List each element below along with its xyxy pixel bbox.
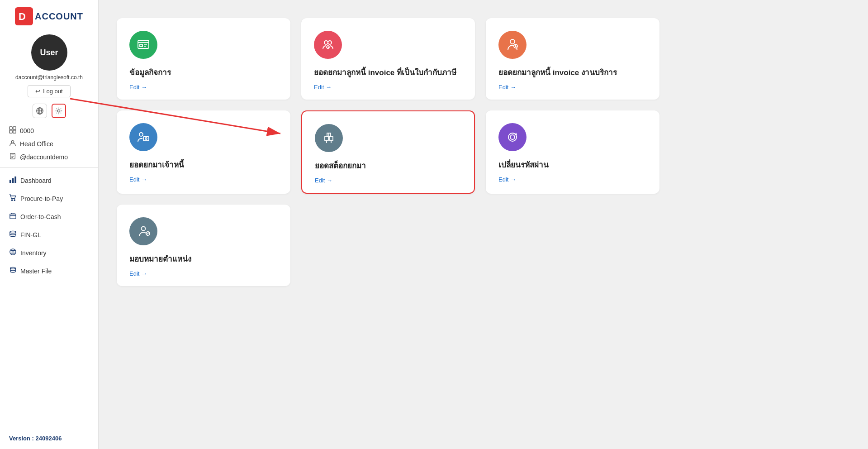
svg-rect-45 xyxy=(325,137,328,140)
svg-point-20 xyxy=(14,200,15,201)
logo: D ACCOUNT xyxy=(8,7,90,25)
card-change-password-edit[interactable]: Edit → xyxy=(498,176,647,183)
box-icon xyxy=(9,212,17,222)
procure-to-pay-label: Procure-to-Pay xyxy=(20,195,63,202)
card-stock: ยอดสต็อกยกมา Edit → xyxy=(301,110,475,194)
svg-point-19 xyxy=(11,200,12,201)
sidebar-divider xyxy=(0,167,98,168)
card-creditor-title: ยอดยกมาเจ้าหนี้ xyxy=(129,158,278,171)
code-label: 0000 xyxy=(20,127,34,134)
svg-rect-16 xyxy=(9,180,11,183)
card-invoice-tax-title: ยอดยกมาลูกหนี้ invoice ที่เป็นใบกำกับภาษ… xyxy=(314,66,462,78)
svg-point-53 xyxy=(142,227,146,231)
svg-rect-8 xyxy=(13,127,16,129)
svg-point-43 xyxy=(145,138,147,139)
svg-point-37 xyxy=(510,39,515,44)
sidebar-item-order-to-cash[interactable]: Order-to-Cash xyxy=(0,208,98,226)
sidebar-item-fin-gl[interactable]: FIN-GL xyxy=(0,226,98,244)
card-assign-role-edit[interactable]: Edit → xyxy=(129,270,278,277)
logo-icon: D xyxy=(15,7,33,25)
logout-label: Log out xyxy=(43,88,62,95)
card-change-password: เปลี่ยนรหัสผ่าน Edit → xyxy=(486,110,659,194)
svg-point-34 xyxy=(324,41,328,44)
sidebar-code: 0000 xyxy=(0,124,98,137)
order-to-cash-label: Order-to-Cash xyxy=(20,213,61,220)
svg-point-6 xyxy=(57,110,60,112)
card-info-icon xyxy=(129,31,157,59)
sidebar-item-procure-to-pay[interactable]: Procure-to-Pay xyxy=(0,190,98,208)
card-invoice-service-icon xyxy=(498,31,526,59)
sidebar-item-master-file[interactable]: Master File xyxy=(0,262,98,280)
demo-label: @daccountdemo xyxy=(20,153,68,161)
grid-icon xyxy=(9,126,16,135)
office-label: Head Office xyxy=(20,140,53,148)
sidebar-item-inventory[interactable]: Inventory xyxy=(0,244,98,262)
svg-rect-18 xyxy=(14,177,16,183)
card-change-password-icon xyxy=(498,123,526,151)
card-invoice-tax-edit[interactable]: Edit → xyxy=(314,84,462,91)
svg-rect-17 xyxy=(12,178,14,183)
svg-point-41 xyxy=(139,133,143,136)
cart-icon xyxy=(9,194,17,204)
avatar: User xyxy=(31,34,67,71)
svg-rect-7 xyxy=(9,127,12,129)
bar-chart-icon xyxy=(9,176,17,186)
icon-row xyxy=(33,104,66,118)
inventory-icon xyxy=(9,248,17,258)
card-invoice-service: ยอดยกมาลูกหนี้ invoice งานบริการ Edit → xyxy=(486,18,659,100)
svg-rect-46 xyxy=(329,137,333,140)
version-label: Version : 24092406 xyxy=(0,428,98,449)
logo-text: ACCOUNT xyxy=(35,11,83,22)
svg-rect-31 xyxy=(140,44,142,47)
svg-rect-9 xyxy=(9,130,12,133)
sidebar-office: Head Office xyxy=(0,138,98,150)
dashboard-label: Dashboard xyxy=(20,177,52,184)
avatar-label: User xyxy=(40,48,58,57)
doc-icon xyxy=(9,153,16,161)
card-assign-role: มอบหมายตำแหน่ง Edit → xyxy=(117,205,290,286)
database-icon xyxy=(9,266,17,276)
card-info-title: ข้อมูลกิจการ xyxy=(129,66,278,78)
master-file-label: Master File xyxy=(20,267,52,275)
svg-point-11 xyxy=(11,141,14,143)
svg-rect-21 xyxy=(10,214,16,219)
gear-icon-button[interactable] xyxy=(52,104,66,118)
sidebar-item-dashboard[interactable]: Dashboard xyxy=(0,172,98,190)
card-invoice-service-edit[interactable]: Edit → xyxy=(498,84,647,91)
main-content: ข้อมูลกิจการ Edit → ยอดยกมาลูกหนี้ invoi… xyxy=(99,0,868,449)
fin-gl-label: FIN-GL xyxy=(20,231,41,239)
card-creditor-icon xyxy=(129,123,157,151)
sidebar: D ACCOUNT User daccount@trianglesoft.co.… xyxy=(0,0,99,449)
card-stock-edit[interactable]: Edit → xyxy=(315,177,461,184)
card-stock-icon xyxy=(315,124,343,152)
card-invoice-service-title: ยอดยกมาลูกหนี้ invoice งานบริการ xyxy=(498,66,647,78)
inventory-label: Inventory xyxy=(20,249,47,257)
card-stock-title: ยอดสต็อกยกมา xyxy=(315,159,461,172)
svg-point-35 xyxy=(328,41,332,44)
cards-grid: ข้อมูลกิจการ Edit → ยอดยกมาลูกหนี้ invoi… xyxy=(117,18,659,286)
logout-button[interactable]: ↩ Log out xyxy=(28,85,70,97)
card-invoice-tax: ยอดยกมาลูกหนี้ invoice ที่เป็นใบกำกับภาษ… xyxy=(301,18,475,100)
card-info-edit[interactable]: Edit → xyxy=(129,84,278,91)
globe-icon-button[interactable] xyxy=(33,104,47,118)
svg-point-23 xyxy=(10,231,16,233)
card-assign-role-title: มอบหมายตำแหน่ง xyxy=(129,253,278,265)
card-change-password-title: เปลี่ยนรหัสผ่าน xyxy=(498,158,647,171)
svg-text:D: D xyxy=(19,11,26,22)
svg-rect-10 xyxy=(13,130,16,133)
sidebar-demo: @daccountdemo xyxy=(0,151,98,163)
card-invoice-tax-icon xyxy=(314,31,342,59)
card-creditor-edit[interactable]: Edit → xyxy=(129,176,278,183)
user-email: daccount@trianglesoft.co.th xyxy=(12,74,86,81)
person-icon xyxy=(9,139,16,148)
svg-point-52 xyxy=(510,135,515,139)
card-creditor: ยอดยกมาเจ้าหนี้ Edit → xyxy=(117,110,290,194)
card-assign-role-icon xyxy=(129,217,157,245)
card-info: ข้อมูลกิจการ Edit → xyxy=(117,18,290,100)
logout-icon: ↩ xyxy=(35,88,40,95)
svg-point-28 xyxy=(10,267,15,269)
layers-icon xyxy=(9,230,17,240)
